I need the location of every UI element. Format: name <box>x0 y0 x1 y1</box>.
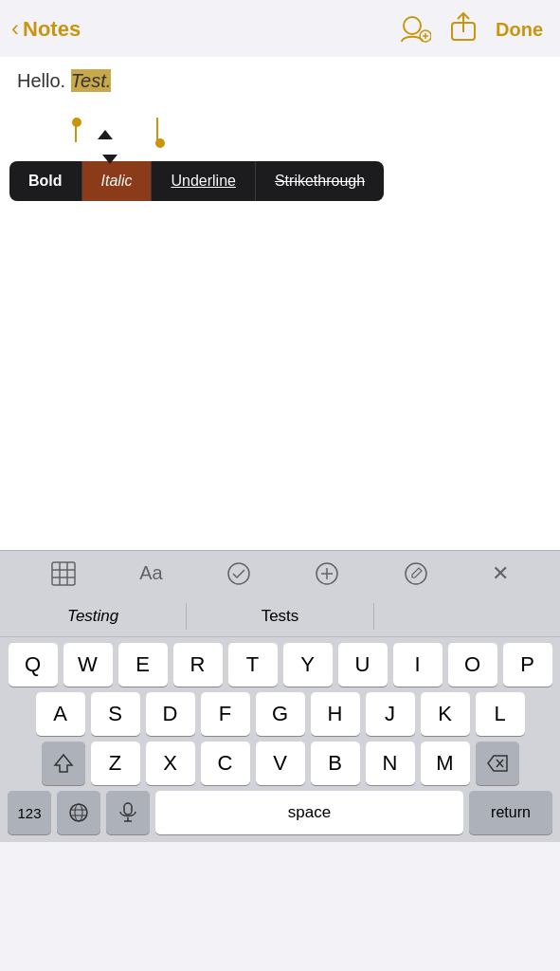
close-keyboard-button[interactable]: ✕ <box>492 561 509 586</box>
key-I[interactable]: I <box>393 643 443 687</box>
note-text-before: Hello. <box>17 70 71 91</box>
key-Q[interactable]: Q <box>9 643 58 687</box>
key-W[interactable]: W <box>63 643 113 687</box>
svg-marker-16 <box>55 755 72 772</box>
key-N[interactable]: N <box>366 742 415 785</box>
selection-handle-left[interactable] <box>72 118 81 127</box>
key-S[interactable]: S <box>91 692 140 736</box>
toolbar-pointer <box>102 155 117 164</box>
svg-point-20 <box>75 804 82 821</box>
key-G[interactable]: G <box>256 692 305 736</box>
underline-button[interactable]: Underline <box>152 161 255 201</box>
key-V[interactable]: V <box>256 742 305 785</box>
key-X[interactable]: X <box>146 742 195 785</box>
autocorrect-item-3[interactable] <box>374 595 560 636</box>
emoji-key[interactable] <box>57 791 100 834</box>
selection-bar-left <box>75 118 77 142</box>
key-H[interactable]: H <box>311 692 360 736</box>
plus-circle-icon <box>315 561 339 586</box>
back-chevron-icon: ‹ <box>11 15 19 42</box>
mic-icon <box>119 802 136 823</box>
autocorrect-item-2[interactable]: Tests <box>187 595 372 636</box>
key-J[interactable]: J <box>366 692 415 736</box>
back-button[interactable]: ‹ Notes <box>11 17 81 42</box>
add-person-icon <box>399 15 431 44</box>
key-P[interactable]: P <box>503 643 552 687</box>
font-button[interactable]: Aa <box>139 562 162 584</box>
key-Z[interactable]: Z <box>91 742 140 785</box>
header-icons: Done <box>399 11 543 48</box>
share-button[interactable] <box>450 11 477 48</box>
key-L[interactable]: L <box>476 692 525 736</box>
check-circle-icon <box>226 561 251 586</box>
italic-button[interactable]: Italic <box>82 161 153 201</box>
shift-icon <box>53 753 74 774</box>
pencil-circle-icon <box>404 561 428 586</box>
key-O[interactable]: O <box>448 643 497 687</box>
note-text-selected: Test. <box>71 69 112 92</box>
key-T[interactable]: T <box>228 643 278 687</box>
autocorrect-bar: Testing Tests <box>0 595 560 637</box>
note-text[interactable]: Hello. Test. <box>17 66 543 95</box>
done-button[interactable]: Done <box>496 19 543 41</box>
pencil-circle-button[interactable] <box>404 561 428 586</box>
key-D[interactable]: D <box>146 692 195 736</box>
keyboard-row-bottom: 123 space return <box>4 791 556 834</box>
delete-key[interactable] <box>476 742 519 785</box>
key-B[interactable]: B <box>311 742 360 785</box>
svg-point-19 <box>70 804 87 821</box>
note-empty-area[interactable] <box>0 247 560 550</box>
key-F[interactable]: F <box>201 692 250 736</box>
keyboard-row-2: A S D F G H J K L <box>4 692 556 736</box>
selection-bar-right <box>156 118 158 142</box>
check-button[interactable] <box>226 561 251 586</box>
share-icon <box>450 11 477 42</box>
key-E[interactable]: E <box>118 643 168 687</box>
table-icon <box>51 561 76 586</box>
strikethrough-button[interactable]: Strikethrough <box>256 161 384 201</box>
header: ‹ Notes Done <box>0 0 560 57</box>
svg-point-15 <box>406 563 426 584</box>
plus-circle-button[interactable] <box>315 561 339 586</box>
keyboard-row-1: Q W E R T Y U I O P <box>4 643 556 687</box>
svg-point-0 <box>404 17 421 34</box>
mic-key[interactable] <box>106 791 150 834</box>
key-C[interactable]: C <box>201 742 250 785</box>
key-R[interactable]: R <box>173 643 223 687</box>
space-key[interactable]: space <box>155 791 463 834</box>
key-M[interactable]: M <box>421 742 470 785</box>
key-K[interactable]: K <box>421 692 470 736</box>
format-toolbar: Bold Italic Underline Strikethrough <box>9 161 384 201</box>
back-title: Notes <box>23 17 81 42</box>
numbers-key[interactable]: 123 <box>8 791 51 834</box>
table-icon-button[interactable] <box>51 561 76 586</box>
keyboard-toolbar: Aa ✕ <box>0 550 560 595</box>
autocorrect-item-1[interactable]: Testing <box>0 595 186 636</box>
keyboard-row-3: Z X C V B N M <box>4 742 556 785</box>
delete-icon <box>487 755 508 772</box>
svg-rect-23 <box>124 803 132 815</box>
shift-key[interactable] <box>42 742 85 785</box>
svg-rect-6 <box>52 562 75 585</box>
key-A[interactable]: A <box>36 692 85 736</box>
return-key[interactable]: return <box>469 791 552 834</box>
bold-button[interactable]: Bold <box>9 161 82 201</box>
globe-icon <box>68 802 89 823</box>
note-content-area[interactable]: Hello. Test. Bold Italic Underline Strik… <box>0 57 560 247</box>
keyboard: Q W E R T Y U I O P A S D F G H J K L Z … <box>0 637 560 842</box>
key-U[interactable]: U <box>338 643 388 687</box>
toolbar-caret-up <box>98 130 113 139</box>
key-Y[interactable]: Y <box>283 643 333 687</box>
add-person-button[interactable] <box>399 15 431 44</box>
svg-point-11 <box>228 563 249 584</box>
